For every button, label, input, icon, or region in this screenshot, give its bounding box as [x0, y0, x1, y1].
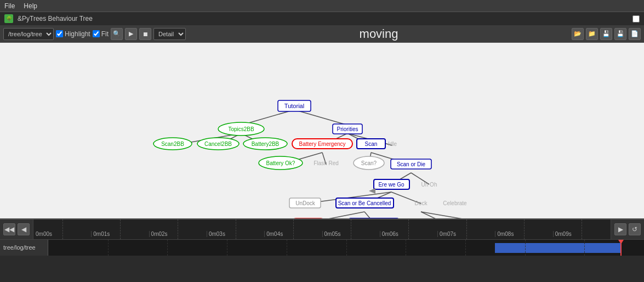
highlight-checkbox[interactable] [56, 30, 63, 37]
ruler-tick-5: 0m05s [322, 231, 341, 237]
ruler-tick-8: 0m08s [495, 231, 514, 237]
celebrate-node: Celebrate [443, 200, 467, 206]
tutorial-node: Tutorial [284, 103, 304, 109]
dock-node: Dock [415, 200, 428, 206]
ruler-tick-7: 0m07s [437, 231, 456, 237]
timeline-track-row: tree/log/tree [0, 240, 644, 256]
scan-or-die-node: Scan or Die [397, 161, 426, 167]
search-button[interactable]: 🔍 [111, 28, 123, 40]
menu-help[interactable]: Help [24, 2, 37, 10]
timeline-bar [495, 243, 620, 253]
ere-we-go-node: Ere we Go [378, 182, 404, 188]
ruler-tick-9: 0m09s [553, 231, 572, 237]
svg-line-17 [309, 212, 364, 218]
toolbar: /tree/log/tree Highlight Fit 🔍 ▶ ⏹ Detai… [0, 25, 644, 43]
stop-button[interactable]: ⏹ [139, 28, 151, 40]
undock-node: UnDock [295, 200, 316, 206]
svg-line-18 [364, 212, 374, 218]
toolbar-right: 📂 📁 💾 💾 📄 [572, 28, 641, 40]
status-title: moving [360, 27, 398, 41]
titlebar-checkbox[interactable] [632, 15, 640, 22]
flash-red-node: Flash Red [314, 160, 339, 166]
timeline-header: ◀◀ ◀ 0m00s 0m01s 0m02s 0m03s 0m04s 0m05s… [0, 219, 644, 240]
battery2bb-node: Battery2BB [252, 141, 280, 147]
play-button[interactable]: ▶ [125, 28, 137, 40]
path-select[interactable]: /tree/log/tree [3, 28, 54, 40]
timeline-cursor-head [618, 240, 624, 244]
doc-button[interactable]: 📄 [629, 28, 641, 40]
titlebar: 🌳 &PyTrees Behaviour Tree [0, 12, 644, 25]
svg-line-1 [294, 110, 347, 125]
battery-emergency-node: Battery Emergency [299, 141, 345, 147]
app-icon: 🌳 [4, 14, 13, 23]
timeline-left-controls: ◀◀ ◀ [0, 219, 33, 239]
svg-marker-47 [369, 188, 375, 194]
tree-svg: Tutorial Topics2BB Priorities Scan2BB Ca… [0, 43, 644, 218]
ruler-tick-2: 0m02s [149, 231, 168, 237]
scan-q-node: Scan? [361, 160, 377, 166]
menubar: File Help [0, 0, 644, 12]
open-folder-button[interactable]: 📂 [572, 28, 584, 40]
timeline-ruler: 0m00s 0m01s 0m02s 0m03s 0m04s 0m05s 0m06… [33, 219, 611, 239]
ruler-tick-6: 0m06s [380, 231, 398, 237]
topics2bb-node: Topics2BB [228, 126, 254, 132]
timeline-loop-button[interactable]: ↺ [629, 223, 641, 235]
ruler-tick-3: 0m03s [207, 231, 225, 237]
battery-ok-node: Battery Ok? [266, 160, 295, 166]
timeline-prev-button[interactable]: ◀ [18, 223, 30, 235]
priorities-node: Priorities [337, 126, 358, 132]
detail-select[interactable]: Detail Full Brief [153, 28, 186, 40]
ruler-tick-0: 0m00s [36, 231, 64, 237]
canvas-area: Tutorial Topics2BB Priorities Scan2BB Ca… [0, 43, 644, 218]
svg-line-20 [421, 212, 485, 218]
timeline-prev-prev-button[interactable]: ◀◀ [3, 223, 15, 235]
scan2bb-node: Scan2BB [161, 141, 184, 147]
app-title: &PyTrees Behaviour Tree [18, 15, 93, 22]
uh-oh-node: Uh Oh [421, 182, 437, 188]
save-as-button[interactable]: 💾 [614, 28, 626, 40]
fit-check[interactable]: Fit [93, 30, 109, 38]
ruler-tick-1: 0m01s [91, 231, 119, 237]
timeline-track[interactable] [48, 240, 644, 256]
scan-node: Scan [365, 141, 378, 147]
highlight-check[interactable]: Highlight [56, 30, 90, 38]
timeline-area: ◀◀ ◀ 0m00s 0m01s 0m02s 0m03s 0m04s 0m05s… [0, 218, 644, 256]
highlight-label: Highlight [65, 30, 90, 38]
cancel2bb-node: Cancel2BB [204, 141, 232, 147]
save-button[interactable]: 💾 [600, 28, 612, 40]
fit-checkbox[interactable] [93, 30, 100, 37]
idle-node: Idle [388, 141, 397, 147]
timeline-right-controls: ▶ ↺ [611, 219, 644, 239]
menu-file[interactable]: File [4, 2, 15, 10]
folder-button[interactable]: 📁 [586, 28, 598, 40]
timeline-track-label: tree/log/tree [0, 240, 48, 256]
fit-label: Fit [101, 30, 109, 38]
scan-or-cancelled-node: Scan or Be Cancelled [338, 200, 391, 206]
ruler-tick-4: 0m04s [264, 231, 283, 237]
timeline-next-button[interactable]: ▶ [614, 223, 626, 235]
